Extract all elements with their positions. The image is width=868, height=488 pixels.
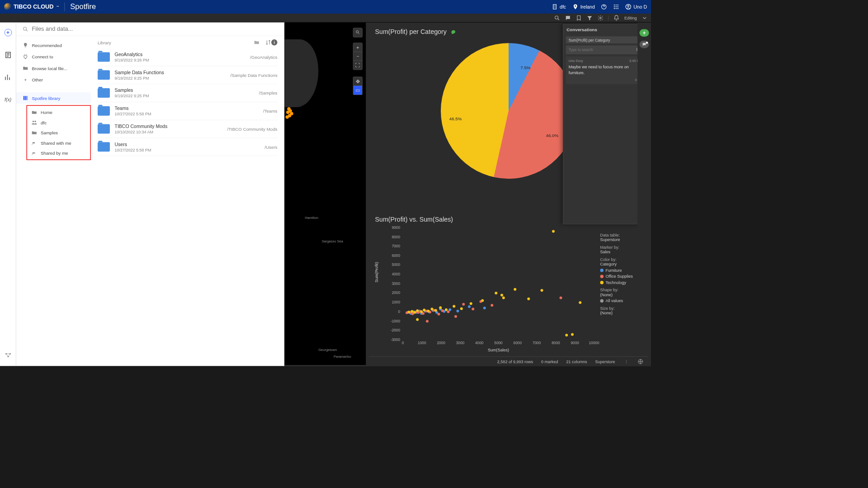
- user-icon: [625, 4, 632, 10]
- rect-select-button[interactable]: ▭: [354, 86, 363, 95]
- bell-icon[interactable]: [613, 15, 620, 21]
- nav-home[interactable]: Home: [27, 107, 90, 118]
- search-icon[interactable]: [554, 15, 561, 21]
- nav-samples[interactable]: Samples: [27, 128, 90, 138]
- add-button[interactable]: +: [4, 28, 12, 37]
- folder-row[interactable]: GeoAnalytics9/19/2022 9:26 PM/GeoAnalyti…: [98, 48, 278, 66]
- more-icon[interactable]: ⋮: [623, 358, 630, 365]
- nav-shared-by-me[interactable]: Shared by me: [27, 148, 90, 158]
- status-table[interactable]: Superstore: [595, 359, 615, 364]
- conversations-toggle[interactable]: [640, 41, 649, 48]
- brand-logo[interactable]: TIBCO CLOUD™: [4, 3, 59, 11]
- scatter-point[interactable]: [456, 310, 459, 313]
- scatter-point[interactable]: [571, 333, 574, 336]
- scatter-point[interactable]: [472, 308, 474, 310]
- new-conversation-button[interactable]: +: [640, 29, 649, 37]
- tibco-logo-icon: [4, 3, 12, 11]
- scatter-point[interactable]: [410, 310, 413, 313]
- scatter-point[interactable]: [430, 308, 433, 310]
- conversation-context-select[interactable]: Sum(Profit) per Category▾: [566, 36, 645, 43]
- nav-connect[interactable]: Connect to: [16, 51, 91, 63]
- filter-icon[interactable]: [587, 15, 593, 21]
- scatter-point[interactable]: [500, 294, 503, 296]
- scatter-point[interactable]: [481, 299, 484, 302]
- svg-rect-0: [553, 5, 556, 9]
- settings-icon[interactable]: [598, 15, 604, 21]
- scatter-point[interactable]: [491, 304, 494, 307]
- comment-icon[interactable]: [565, 15, 571, 21]
- scatter-chart-panel[interactable]: Sum(Profit) vs. Sum(Sales) Sum(Profit) -…: [369, 212, 648, 355]
- scatter-point[interactable]: [437, 313, 440, 315]
- folder-row[interactable]: Samples9/19/2022 9:25 PM/Samples: [98, 84, 278, 102]
- map-select-control: ✥ ▭: [353, 77, 363, 95]
- nav-spotfire-library[interactable]: Spotfire library: [16, 92, 91, 104]
- scatter-point[interactable]: [566, 334, 568, 336]
- scatter-point[interactable]: [552, 230, 555, 233]
- zoom-reset-button[interactable]: ⛶: [354, 61, 363, 70]
- folder-row[interactable]: Teams10/27/2022 5:58 PM/Teams: [98, 102, 278, 120]
- scatter-point[interactable]: [483, 307, 486, 309]
- region-switcher[interactable]: Ireland: [572, 4, 595, 10]
- svg-point-13: [555, 16, 558, 19]
- folder-row[interactable]: Sample Data Functions9/19/2022 9:25 PM/S…: [98, 66, 278, 84]
- nav-shared-with-me[interactable]: Shared with me: [27, 138, 90, 148]
- scatter-point[interactable]: [426, 320, 429, 322]
- scatter-point[interactable]: [470, 302, 472, 305]
- scatter-point[interactable]: [468, 305, 471, 308]
- scatter-point[interactable]: [560, 297, 562, 299]
- scatter-point[interactable]: [462, 303, 465, 306]
- mode-label[interactable]: Editing: [624, 15, 637, 20]
- info-icon[interactable]: i: [271, 39, 278, 46]
- scatter-point[interactable]: [441, 309, 444, 312]
- scatter-point[interactable]: [454, 315, 457, 318]
- scatter-point[interactable]: [445, 308, 448, 311]
- lightbulb-icon: [23, 42, 29, 48]
- scatter-point[interactable]: [579, 301, 581, 304]
- zoom-out-button[interactable]: −: [354, 52, 363, 61]
- scatter-point[interactable]: [495, 292, 497, 294]
- chevron-down-icon[interactable]: [642, 15, 648, 21]
- nav-recommended[interactable]: Recommended: [16, 39, 91, 51]
- conversation-search-input[interactable]: [569, 48, 634, 52]
- scatter-plot[interactable]: Sum(Profit) -3000-2000-10000100020003000…: [382, 227, 594, 353]
- pages-button[interactable]: [4, 51, 12, 59]
- map-visualization[interactable]: + − ⛶ ✥ ▭ Hamilton Sargasso Sea Paramari…: [284, 23, 366, 365]
- org-switcher[interactable]: dfc: [552, 4, 566, 10]
- scatter-point[interactable]: [527, 298, 530, 300]
- functions-button[interactable]: f(x): [4, 96, 12, 104]
- svg-rect-22: [27, 96, 28, 100]
- zoom-in-button[interactable]: +: [354, 43, 363, 52]
- pan-button[interactable]: ✥: [354, 77, 363, 86]
- scatter-point[interactable]: [541, 289, 543, 292]
- globe-icon[interactable]: [637, 358, 644, 365]
- scatter-point[interactable]: [447, 311, 449, 313]
- conversation-message[interactable]: Uno Dory3:45 PM Maybe we need to focus m…: [566, 57, 645, 84]
- conversation-indicator-icon[interactable]: [451, 29, 456, 34]
- search-input[interactable]: [32, 26, 278, 33]
- nav-other[interactable]: +Other: [16, 74, 91, 86]
- scatter-point[interactable]: [514, 288, 516, 291]
- bookmark-icon[interactable]: [576, 15, 582, 21]
- svg-point-2: [614, 5, 615, 5]
- map-search-button[interactable]: [354, 28, 363, 37]
- help-button[interactable]: [601, 4, 607, 10]
- user-menu[interactable]: Uno D: [625, 4, 647, 10]
- list-title: Library: [98, 40, 111, 45]
- scatter-point[interactable]: [453, 305, 455, 308]
- visualizations-button[interactable]: [4, 73, 12, 81]
- svg-point-4: [618, 5, 618, 5]
- sort-icon[interactable]: [265, 39, 272, 46]
- scatter-point[interactable]: [502, 297, 505, 299]
- folder-row[interactable]: Users10/27/2022 5:58 PM/Users: [98, 138, 278, 156]
- folder-row[interactable]: TIBCO Community Mods10/10/2022 10:34 AM/…: [98, 120, 278, 138]
- apps-button[interactable]: [613, 4, 619, 10]
- scatter-point[interactable]: [416, 318, 419, 321]
- nav-dfc[interactable]: dfc: [27, 118, 90, 128]
- data-canvas-button[interactable]: [4, 351, 12, 359]
- scatter-point[interactable]: [427, 310, 429, 313]
- new-folder-icon[interactable]: [254, 39, 260, 46]
- scatter-point[interactable]: [460, 307, 463, 310]
- svg-point-3: [616, 5, 617, 5]
- pie-chart[interactable]: [441, 43, 576, 179]
- nav-browse[interactable]: Browse local file...: [16, 62, 91, 74]
